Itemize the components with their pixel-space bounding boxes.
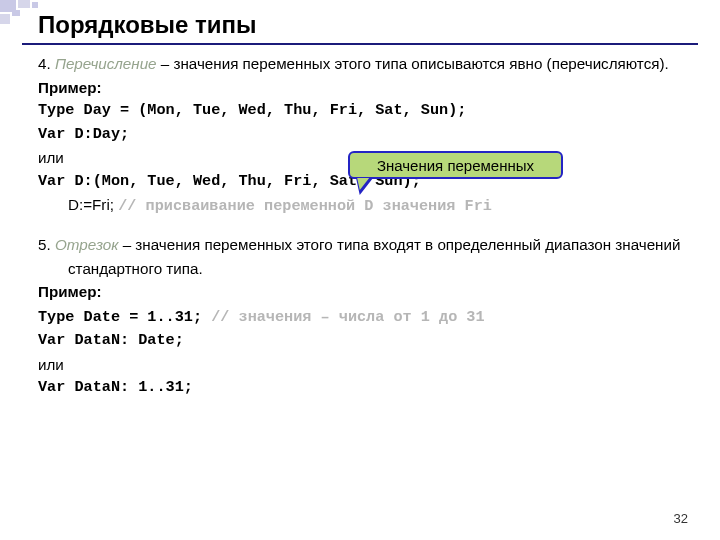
section-4: 4. Перечисление – значения переменных эт… — [38, 52, 690, 76]
section-5-num: 5. — [38, 236, 55, 253]
code-4-comment: // присваивание переменной D значения Fr… — [118, 197, 492, 215]
code-line-6: Var DataN: Date; — [38, 329, 690, 353]
code-5-bold: Type Date = 1..31; — [38, 308, 211, 326]
code-4-prefix: D:=Fri; — [68, 196, 118, 213]
section-5-term: Отрезок — [55, 236, 119, 253]
example-label-1: Пример: — [38, 76, 690, 100]
code-line-2: Var D:Day; — [38, 123, 690, 147]
slide-title: Порядковые типы — [38, 11, 257, 39]
spacer — [38, 219, 690, 233]
section-4-term: Перечисление — [55, 55, 157, 72]
example-label-2: Пример: — [38, 280, 690, 304]
callout-text: Значения переменных — [377, 157, 534, 174]
code-5-comment: // значения – числа от 1 до 31 — [211, 308, 484, 326]
code-line-7: Var DataN: 1..31; — [38, 376, 690, 400]
page-number: 32 — [674, 511, 688, 526]
code-line-1: Type Day = (Mon, Tue, Wed, Thu, Fri, Sat… — [38, 99, 690, 123]
code-line-5: Type Date = 1..31; // значения – числа о… — [38, 304, 690, 330]
section-5-rest: – значения переменных этого типа входят … — [68, 236, 680, 277]
body-content: 4. Перечисление – значения переменных эт… — [38, 52, 690, 400]
title-underline — [22, 43, 698, 45]
code-line-4: D:=Fri; // присваивание переменной D зна… — [38, 193, 690, 219]
or-2: или — [38, 353, 690, 377]
callout-box: Значения переменных — [348, 151, 563, 179]
section-5: 5. Отрезок – значения переменных этого т… — [38, 233, 690, 280]
section-4-num: 4. — [38, 55, 55, 72]
section-4-rest: – значения переменных этого типа описыва… — [157, 55, 669, 72]
